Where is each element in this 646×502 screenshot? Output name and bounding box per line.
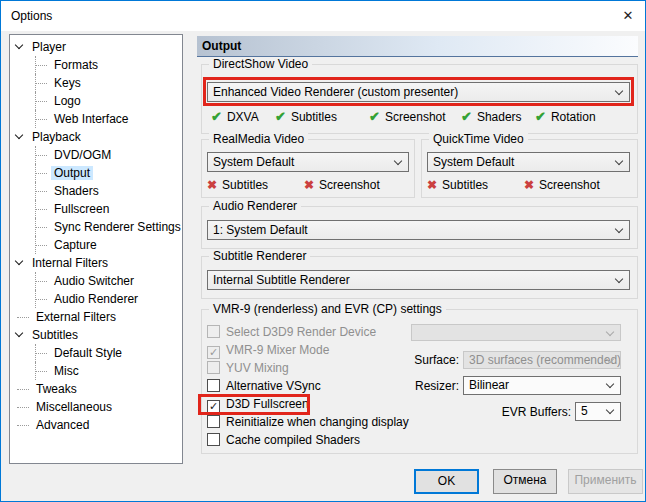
directshow-video-group-label: DirectShow Video bbox=[209, 57, 312, 71]
tree-connector bbox=[35, 371, 47, 372]
chevron-down-icon bbox=[615, 225, 623, 233]
unchecked-checkbox-icon[interactable] bbox=[207, 415, 220, 428]
directshow-renderer-dropdown[interactable]: Enhanced Video Renderer (custom presente… bbox=[207, 82, 630, 102]
evr-buffers-dropdown[interactable]: 5 bbox=[575, 402, 621, 421]
feature-rotation: ✔Rotation bbox=[535, 108, 596, 126]
sidebar-item-keys[interactable]: Keys bbox=[10, 74, 182, 92]
close-icon[interactable]: ✕ bbox=[613, 2, 643, 30]
chevron-down-icon bbox=[606, 380, 614, 388]
evr-buffers-value: 5 bbox=[581, 404, 588, 418]
sidebar-item-label: Default Style bbox=[51, 346, 125, 360]
sidebar-item-label: Formats bbox=[51, 58, 101, 72]
sidebar-item-output[interactable]: Output bbox=[10, 164, 182, 182]
sidebar-item-label: Fullscreen bbox=[51, 202, 112, 216]
tree-connector bbox=[35, 245, 47, 246]
sidebar-item-formats[interactable]: Formats bbox=[10, 56, 182, 74]
checkbox-label: VMR-9 Mixer Mode bbox=[226, 343, 329, 357]
subtitle-renderer-dropdown[interactable]: Internal Subtitle Renderer bbox=[207, 270, 630, 290]
chevron-down-icon[interactable] bbox=[15, 257, 23, 265]
options-dialog: Options ✕ PlayerFormatsKeysLogoWeb Inter… bbox=[0, 0, 646, 502]
tree-connector bbox=[35, 83, 47, 84]
audio-renderer-dropdown[interactable]: 1: System Default bbox=[207, 220, 630, 240]
sidebar-item-label: Subtitles bbox=[29, 328, 81, 342]
sidebar-item-label: Shaders bbox=[51, 184, 102, 198]
d3d9-device-dropdown bbox=[411, 324, 621, 341]
quicktime-renderer-value: System Default bbox=[433, 155, 514, 169]
sidebar-item-fullscreen[interactable]: Fullscreen bbox=[10, 200, 182, 218]
tree-connector bbox=[35, 281, 47, 282]
checkbox-label: D3D Fullscreen bbox=[226, 397, 309, 411]
feature-label: Screenshot bbox=[319, 178, 380, 192]
sidebar-item-internal-filters[interactable]: Internal Filters bbox=[10, 254, 182, 272]
checkbox-label: Alternative VSync bbox=[226, 379, 321, 393]
directshow-renderer-value: Enhanced Video Renderer (custom presente… bbox=[213, 85, 458, 99]
unchecked-checkbox-icon[interactable] bbox=[207, 379, 220, 392]
cross-icon: ✖ bbox=[427, 178, 437, 192]
feature-label: Shaders bbox=[477, 110, 522, 124]
feature-dxva: ✔DXVA bbox=[211, 108, 275, 126]
reinitialize-when-changing-display-checkbox[interactable]: Reinitialize when changing display bbox=[207, 413, 407, 431]
checkbox-label: Select D3D9 Render Device bbox=[226, 325, 376, 339]
feature-screenshot: ✖Screenshot bbox=[524, 177, 600, 194]
alternative-vsync-checkbox[interactable]: Alternative VSync bbox=[207, 377, 407, 395]
feature-subtitles: ✖Subtitles bbox=[427, 177, 524, 194]
sidebar-item-audio-switcher[interactable]: Audio Switcher bbox=[10, 272, 182, 290]
audio-renderer-value: 1: System Default bbox=[213, 223, 308, 237]
sidebar-item-dvd-ogm[interactable]: DVD/OGM bbox=[10, 146, 182, 164]
sidebar-item-web-interface[interactable]: Web Interface bbox=[10, 110, 182, 128]
chevron-down-icon[interactable] bbox=[15, 41, 23, 49]
cross-icon: ✖ bbox=[304, 178, 314, 192]
check-icon: ✔ bbox=[211, 109, 222, 124]
feature-label: DXVA bbox=[227, 110, 259, 124]
surface-dropdown: 3D surfaces (recommended) bbox=[463, 351, 621, 369]
sidebar-item-sync-renderer-settings[interactable]: Sync Renderer Settings bbox=[10, 218, 182, 236]
sidebar-item-playback[interactable]: Playback bbox=[10, 128, 182, 146]
cache-compiled-shaders-checkbox[interactable]: Cache compiled Shaders bbox=[207, 431, 407, 449]
chevron-down-icon bbox=[606, 328, 614, 336]
unchecked-checkbox-icon bbox=[207, 325, 220, 338]
checked-checkbox-icon[interactable]: ✓ bbox=[207, 400, 220, 413]
tree-connector bbox=[17, 407, 29, 408]
tree-connector bbox=[17, 425, 29, 426]
sidebar-item-shaders[interactable]: Shaders bbox=[10, 182, 182, 200]
chevron-down-icon[interactable] bbox=[15, 329, 23, 337]
sidebar-item-misc[interactable]: Misc bbox=[10, 362, 182, 380]
sidebar-item-label: Playback bbox=[29, 130, 84, 144]
sidebar-item-tweaks[interactable]: Tweaks bbox=[10, 380, 182, 398]
vmr9-evr-group-label: VMR-9 (renderless) and EVR (CP) settings bbox=[209, 302, 446, 316]
feature-screenshot: ✔Screenshot bbox=[369, 108, 461, 126]
sidebar-item-player[interactable]: Player bbox=[10, 38, 182, 56]
cross-icon: ✖ bbox=[207, 178, 217, 192]
feature-screenshot: ✖Screenshot bbox=[304, 177, 380, 194]
sidebar-item-capture[interactable]: Capture bbox=[10, 236, 182, 254]
checkbox-label: Reinitialize when changing display bbox=[226, 415, 409, 429]
resizer-dropdown[interactable]: Bilinear bbox=[463, 376, 621, 395]
feature-label: Screenshot bbox=[539, 178, 600, 192]
realmedia-renderer-dropdown[interactable]: System Default bbox=[207, 152, 409, 172]
feature-label: Subtitles bbox=[222, 178, 268, 192]
ok-button[interactable]: OK bbox=[414, 469, 479, 494]
sidebar-item-advanced[interactable]: Advanced bbox=[10, 416, 182, 434]
cancel-button[interactable]: Отмена bbox=[493, 469, 557, 494]
sidebar-item-audio-renderer[interactable]: Audio Renderer bbox=[10, 290, 182, 308]
checkbox-label: YUV Mixing bbox=[226, 361, 289, 375]
sidebar-item-label: Audio Renderer bbox=[51, 292, 141, 306]
d3d-fullscreen-checkbox[interactable]: ✓D3D Fullscreen bbox=[207, 395, 407, 413]
resizer-label: Resizer: bbox=[405, 378, 459, 395]
subtitle-renderer-group-label: Subtitle Renderer bbox=[209, 249, 310, 263]
tree-connector bbox=[35, 191, 47, 192]
sidebar-item-miscellaneous[interactable]: Miscellaneous bbox=[10, 398, 182, 416]
tree-connector bbox=[35, 65, 47, 66]
sidebar-item-subtitles[interactable]: Subtitles bbox=[10, 326, 182, 344]
quicktime-renderer-dropdown[interactable]: System Default bbox=[427, 152, 630, 172]
tree-connector bbox=[17, 317, 29, 318]
surface-value: 3D surfaces (recommended) bbox=[469, 353, 621, 367]
sidebar-item-label: External Filters bbox=[33, 310, 119, 324]
directshow-feature-row: ✔DXVA✔Subtitles✔Screenshot✔Shaders✔Rotat… bbox=[211, 108, 631, 125]
select-d3d9-render-device-checkbox: Select D3D9 Render Device bbox=[207, 323, 407, 341]
unchecked-checkbox-icon[interactable] bbox=[207, 433, 220, 446]
chevron-down-icon[interactable] bbox=[15, 131, 23, 139]
sidebar-item-external-filters[interactable]: External Filters bbox=[10, 308, 182, 326]
sidebar-item-logo[interactable]: Logo bbox=[10, 92, 182, 110]
sidebar-item-default-style[interactable]: Default Style bbox=[10, 344, 182, 362]
